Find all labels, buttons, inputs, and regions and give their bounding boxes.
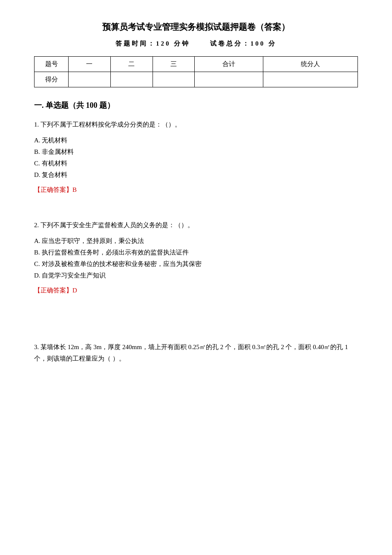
exam-total-label: 试卷总分：100 分 [210, 40, 277, 47]
table-score-3 [153, 72, 195, 87]
section1-title: 一. 单选题（共 100 题） [34, 100, 358, 110]
table-header-1: 一 [69, 57, 111, 72]
question-3: 3. 某墙体长 12m，高 3m，厚度 240mm，墙上开有面积 0.25㎡的孔… [34, 341, 358, 364]
question-2-option-c: C. 对涉及被检查单位的技术秘密和业务秘密，应当为其保密 [34, 258, 358, 270]
question-2-answer-label: 【正确答案】 [34, 287, 72, 294]
spacer-2 [34, 299, 358, 320]
question-2-option-d: D. 自觉学习安全生产知识 [34, 270, 358, 281]
question-2-answer: 【正确答案】D [34, 286, 358, 295]
table-score-total [195, 72, 263, 87]
exam-subtitle: 答题时间：120 分钟 试卷总分：100 分 [34, 40, 358, 48]
exam-time-label: 答题时间：120 分钟 [115, 40, 190, 47]
page-title: 预算员考试专业管理实务模拟试题押题卷（答案） [34, 21, 358, 33]
question-1-option-a: A. 无机材料 [34, 135, 358, 146]
table-score-2 [110, 72, 153, 87]
question-2-option-b: B. 执行监督检查任务时，必须出示有效的监督执法证件 [34, 247, 358, 258]
table-header-3: 三 [153, 57, 195, 72]
score-table: 题号 一 二 三 合计 统分人 得分 [34, 56, 358, 87]
question-1-answer-value: B [72, 186, 77, 193]
table-header-0: 题号 [35, 57, 69, 72]
table-scorer [263, 72, 357, 87]
table-header-5: 统分人 [263, 57, 357, 72]
question-1-answer-label: 【正确答案】 [34, 186, 72, 193]
question-2-option-a: A. 应当忠于职守，坚持原则，秉公执法 [34, 235, 358, 247]
question-2-text: 2. 下列不属于安全生产监督检查人员的义务的是：（）。 [34, 220, 358, 231]
table-score-1 [69, 72, 111, 87]
question-2-answer-value: D [72, 287, 77, 294]
question-1: 1. 下列不属于工程材料按化学成分分类的是：（）。 A. 无机材料 B. 非金属… [34, 119, 358, 194]
question-1-answer: 【正确答案】B [34, 186, 358, 194]
table-row-label: 得分 [35, 72, 69, 87]
question-1-option-b: B. 非金属材料 [34, 146, 358, 158]
question-1-text: 1. 下列不属于工程材料按化学成分分类的是：（）。 [34, 119, 358, 130]
question-2: 2. 下列不属于安全生产监督检查人员的义务的是：（）。 A. 应当忠于职守，坚持… [34, 220, 358, 295]
table-header-4: 合计 [195, 57, 263, 72]
table-header-2: 二 [110, 57, 153, 72]
question-3-text: 3. 某墙体长 12m，高 3m，厚度 240mm，墙上开有面积 0.25㎡的孔… [34, 341, 358, 364]
spacer-3 [34, 320, 358, 341]
question-1-option-d: D. 复合材料 [34, 169, 358, 181]
question-1-option-c: C. 有机材料 [34, 158, 358, 169]
spacer-1 [34, 198, 358, 220]
